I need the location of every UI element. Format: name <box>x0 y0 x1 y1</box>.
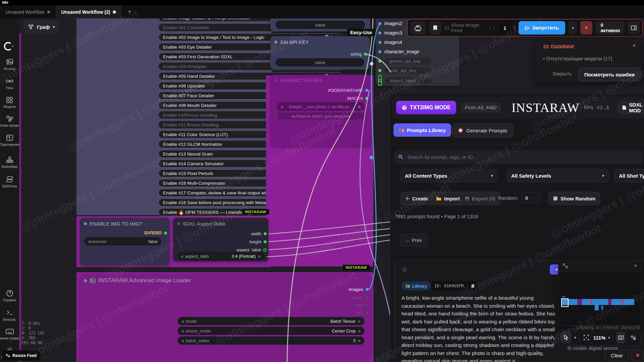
sidebar-item-nodesmap[interactable]: NodesMap <box>0 156 19 169</box>
value-widget[interactable]: value <box>276 21 365 29</box>
workflow-tab[interactable]: Unsaved Workflow <box>0 5 56 18</box>
batch-count-stepper[interactable]: ▴▾ <box>514 25 515 31</box>
sidebar-item-console[interactable]: Консоль <box>0 309 19 321</box>
output-boolean[interactable]: БУЛЕВО <box>144 231 167 235</box>
prev-arrow-icon[interactable]: ◀ <box>181 329 184 333</box>
node-sdxl-aspect-ratio[interactable]: SDXL Aspect Ratio width height aspect_la… <box>173 218 268 261</box>
app-logo-button[interactable] <box>410 21 426 35</box>
output-dot[interactable] <box>366 311 369 314</box>
new-tab-button[interactable]: + <box>121 5 138 18</box>
bookmark-button[interactable] <box>429 21 441 35</box>
star-icon[interactable]: ☆ <box>401 265 408 274</box>
node-input[interactable]: aspect_label <box>378 75 382 86</box>
active-jobs-button[interactable]: 0 активно <box>596 21 625 35</box>
input-dot[interactable] <box>378 50 381 53</box>
group-toggles[interactable]: Enable Image Loader & Prompt Generation … <box>76 13 272 215</box>
show-random-button[interactable]: Show Random <box>548 192 600 205</box>
output-dot[interactable] <box>263 248 267 252</box>
output-aspect-label[interactable]: aspect_label <box>236 247 267 252</box>
error-item[interactable]: • Отсутствующие модели (17) <box>543 56 612 61</box>
output-width[interactable]: width <box>251 231 267 236</box>
minimap-viewport[interactable] <box>558 272 641 325</box>
import-button[interactable]: Import <box>431 192 465 205</box>
output-dot[interactable] <box>366 288 369 291</box>
node-input[interactable]: gemini_api_key <box>378 56 431 66</box>
next-arrow-icon[interactable]: ▶ <box>358 329 361 333</box>
node-input[interactable]: images4 <box>378 38 431 47</box>
app-logo[interactable] <box>3 41 14 51</box>
node-advanced-image-loader[interactable]: INSTARAW Advanced Image Loader images in… <box>80 274 370 362</box>
sidebar-item-models[interactable]: Модели <box>0 96 19 109</box>
filter-safety-levels[interactable]: All Safety Levels ▾ <box>507 169 608 182</box>
input-dot[interactable] <box>378 22 381 25</box>
filter-shot-type[interactable]: All Shot Typ <box>614 169 644 182</box>
drag-handle[interactable]: ⋮⋮ <box>488 25 496 31</box>
value-widget[interactable]: value <box>276 58 364 66</box>
workflow-tab-active[interactable]: Unsaved Workflow (2) <box>56 5 121 18</box>
tab-generate-prompts[interactable]: Generate Prompts <box>452 123 513 137</box>
collapse-dot[interactable] <box>84 279 87 282</box>
choose-file-button[interactable]: выберите файл для загрузки <box>277 112 364 120</box>
input-dot[interactable] <box>378 41 381 44</box>
view-errors-button[interactable]: Посмотреть ошибки <box>578 68 641 81</box>
export-button[interactable]: Export (0) <box>460 192 500 205</box>
node-xai-api-key[interactable]: XAI API KEY string value <box>270 36 370 70</box>
sidebar-item-templates[interactable]: Шаблоны <box>0 175 19 188</box>
prev-arrow-icon[interactable]: ◀ <box>181 319 184 323</box>
fit-view-button[interactable] <box>582 331 591 344</box>
random-count-input[interactable] <box>522 192 540 203</box>
close-icon[interactable]: × <box>633 42 636 49</box>
batch-count-value[interactable]: 1 <box>499 22 511 34</box>
prev-arrow-icon[interactable]: ◀ <box>180 254 183 258</box>
toggle-sidepanel-button[interactable] <box>628 21 640 35</box>
output-image[interactable]: ИЗОБРАЖЕНИЕ <box>328 88 368 93</box>
sidebar-item-workflows[interactable]: Рабочие процессы <box>0 115 19 127</box>
node-input[interactable]: grok_api_key <box>378 66 431 75</box>
combo-widget[interactable]: ◀ batch_index 0 ▶ <box>178 337 364 345</box>
gear-icon[interactable] <box>177 222 180 225</box>
sidebar-item-assets[interactable]: Ассеты <box>0 58 19 71</box>
output-dot[interactable] <box>365 97 368 100</box>
minimap-view-rect[interactable] <box>561 298 569 307</box>
tab-prompts-library[interactable]: Prompts Library <box>393 123 451 137</box>
combo-widget[interactable]: ◀ mode Batch Tensor ▶ <box>178 317 364 325</box>
output-images[interactable]: images <box>348 287 369 292</box>
run-button[interactable]: ▷ Запустить <box>519 21 566 35</box>
output-dot[interactable] <box>264 240 267 243</box>
file-combo-widget[interactable]: ◀ freepik__use-photo-1-as-the-pr... ▶ <box>277 103 364 111</box>
output-dot[interactable] <box>264 232 267 235</box>
prev-arrow-icon[interactable]: ◀ <box>181 339 184 343</box>
prev-arrow-icon[interactable]: ◀ <box>280 105 283 109</box>
output-total[interactable]: total <box>355 303 369 308</box>
sidebar-item-shortcuts[interactable]: Горячие клавиши <box>0 327 19 340</box>
output-info[interactable]: info <box>356 310 369 315</box>
output-dot[interactable] <box>366 296 369 299</box>
output-string[interactable]: string <box>351 52 367 57</box>
step-down-icon[interactable]: ▾ <box>514 28 515 31</box>
close-icon[interactable]: × <box>634 263 637 269</box>
output-index[interactable]: index <box>353 295 369 300</box>
chevron-down-icon[interactable]: ▾ <box>574 336 576 340</box>
collapse-dot[interactable] <box>274 41 277 44</box>
dismiss-button[interactable]: Закрыть <box>552 71 572 76</box>
collapse-dot[interactable] <box>274 79 277 82</box>
next-arrow-icon[interactable]: ▶ <box>258 254 261 258</box>
node-enable-img2img[interactable]: ENABLE IMG TO IMG? БУЛЕВО значение false <box>80 218 170 265</box>
toggle-links-button[interactable] <box>628 331 638 344</box>
aspect-ratio-widget[interactable]: ◀ aspect_ratio 3:4 (Portrait) ▶ <box>177 252 264 260</box>
combo-widget[interactable]: ◀ resize_mode Center Crop ▶ <box>178 327 364 335</box>
input-dot[interactable] <box>378 69 381 72</box>
txt2img-mode-button[interactable]: TXT2IMG MODE <box>396 101 456 114</box>
show-image-feed-toggle[interactable]: Show Image Feed <box>445 22 485 33</box>
output-height[interactable]: height <box>250 239 267 244</box>
next-arrow-icon[interactable]: ▶ <box>358 105 361 109</box>
copy-icon[interactable] <box>471 284 475 288</box>
input-dot[interactable] <box>379 79 382 82</box>
prev-page-button[interactable]: ← Prev <box>400 234 427 247</box>
next-arrow-icon[interactable]: ▶ <box>358 339 361 343</box>
sdxl-mode-button[interactable]: SDXL MOD <box>618 101 644 114</box>
input-dot[interactable] <box>378 32 381 35</box>
sidebar-item-apps[interactable]: Приложения <box>0 134 19 146</box>
sidebar-item-nodes[interactable]: Узлы <box>0 77 19 90</box>
pointer-tool-button[interactable] <box>560 331 572 344</box>
